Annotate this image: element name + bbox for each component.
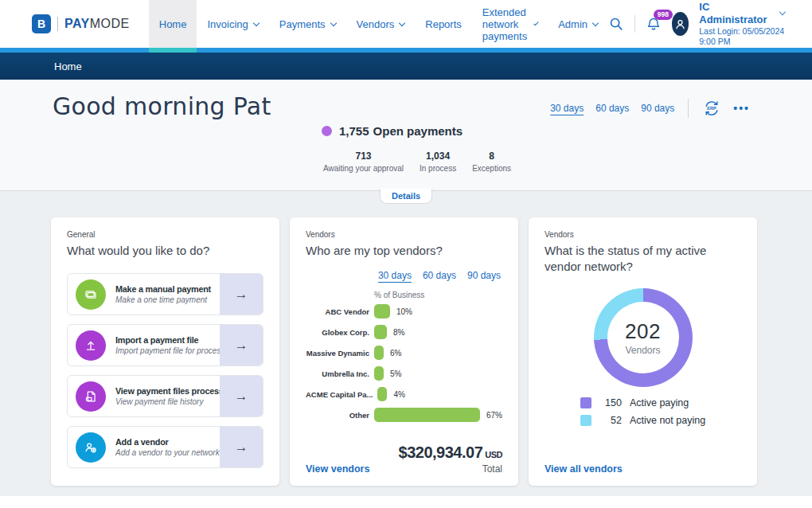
add-person-icon <box>76 432 106 463</box>
nav-item-vendors[interactable]: Vendors <box>346 0 416 48</box>
nav-item-invoicing[interactable]: Invoicing <box>197 0 268 48</box>
vendor-network-donut-chart: 202 Vendors <box>594 288 693 387</box>
card-category: Vendors <box>306 230 502 239</box>
bar <box>374 304 390 318</box>
bar-chart-axis-label: % of Business <box>374 291 502 299</box>
bar-row: Globex Corp. 8% <box>306 325 502 339</box>
last-login-text: Last Login: 05/05/2024 9:00 PM <box>699 26 784 47</box>
bar-row: Umbrella Inc. 5% <box>306 366 502 381</box>
topbar-actions: 998 IC Administrator Last Login: 05/05/2… <box>608 1 784 48</box>
card-filter-60-days[interactable]: 60 days <box>423 270 456 281</box>
card-category: Vendors <box>545 230 741 239</box>
open-payments-label: Open payments <box>373 124 463 138</box>
bottomline-logo-icon: B <box>32 14 51 33</box>
action-make-manual-payment[interactable]: Make a manual payment Make a one time pa… <box>67 273 264 315</box>
filter-90-days[interactable]: 90 days <box>641 103 674 114</box>
dashboard-cards: General What would you like to do? Make … <box>0 191 812 496</box>
vendor-network-card: Vendors What is the status of my active … <box>529 217 757 486</box>
user-name: IC Administrator <box>699 1 774 27</box>
legend-item-active-paying: 150 Active paying <box>580 397 705 408</box>
paymode-dashboard: B PAYMODE Home Invoicing Payments Vendor… <box>0 0 812 508</box>
vertical-divider <box>688 99 689 118</box>
open-payments-count: 1,755 <box>339 124 369 138</box>
erp-sync-icon: ERP <box>702 99 721 118</box>
general-actions-card: General What would you like to do? Make … <box>51 217 279 486</box>
search-icon <box>608 16 624 32</box>
chevron-down-icon <box>779 9 785 15</box>
breadcrumb: Home <box>54 61 82 72</box>
user-menu[interactable]: IC Administrator Last Login: 05/05/2024 … <box>699 1 784 48</box>
legend-item-active-not-paying: 52 Active not paying <box>580 415 705 426</box>
donut-center-value: 202 <box>625 319 661 344</box>
arrow-right-icon: → <box>220 376 263 416</box>
more-options-button[interactable]: ••• <box>733 102 750 115</box>
main-nav: Home Invoicing Payments Vendors Reports … <box>149 0 608 48</box>
action-add-vendor[interactable]: Add a vendor Add a vendor to your networ… <box>67 426 264 468</box>
svg-text:ERP: ERP <box>708 106 717 111</box>
vendors-total: $320,934.07USD Total <box>399 444 502 475</box>
card-title: What would you like to do? <box>67 243 264 259</box>
bar-row: ABC Vendor 10% <box>306 304 502 318</box>
nav-item-extended-network-payments[interactable]: Extended network payments <box>472 0 548 48</box>
cash-icon <box>76 279 106 310</box>
view-all-vendors-link[interactable]: View all vendors <box>545 463 623 475</box>
breadcrumb-bar: Home <box>0 53 812 80</box>
bar-row: ACME Capital Pa... 4% <box>306 387 502 401</box>
upload-icon <box>76 330 106 361</box>
chevron-down-icon <box>330 19 336 25</box>
card-filter-30-days[interactable]: 30 days <box>378 270 412 281</box>
stat-exceptions: 8 Exceptions <box>472 150 511 173</box>
nav-item-payments[interactable]: Payments <box>269 0 346 48</box>
notification-count-badge: 998 <box>654 10 673 20</box>
bar-row: Other 67% <box>306 408 502 422</box>
open-payments-summary: 1,755 Open payments 713 Awaiting your ap… <box>322 124 511 173</box>
top-navigation-bar: B PAYMODE Home Invoicing Payments Vendor… <box>0 0 812 48</box>
top-vendors-card: Vendors Who are my top vendors? 30 days … <box>290 217 518 486</box>
erp-sync-button[interactable]: ERP <box>702 99 721 118</box>
chevron-down-icon <box>534 20 539 25</box>
chevron-down-icon <box>253 19 260 25</box>
bar <box>374 325 387 339</box>
page-title: Good morning Pat <box>53 92 271 120</box>
brand-divider <box>57 17 58 31</box>
bar <box>374 346 384 360</box>
paymode-logo[interactable]: B PAYMODE <box>32 14 130 33</box>
bar <box>377 387 387 401</box>
chevron-down-icon <box>592 19 599 25</box>
legend-swatch <box>580 415 591 426</box>
bar <box>374 408 480 422</box>
action-import-payment-file[interactable]: Import a payment file Import payment fil… <box>67 324 264 366</box>
bar <box>374 366 384 381</box>
filter-30-days[interactable]: 30 days <box>550 103 584 114</box>
donut-center-label: Vendors <box>625 345 660 356</box>
card-filter-90-days[interactable]: 90 days <box>467 270 501 281</box>
day-filter-row: 30 days 60 days 90 days ERP ••• <box>550 99 750 118</box>
user-avatar[interactable] <box>672 12 689 36</box>
notifications-button[interactable]: 998 <box>646 16 662 32</box>
top-vendors-bar-chart: ABC Vendor 10% Globex Corp. 8% Massive D… <box>306 304 502 428</box>
donut-legend: 150 Active paying 52 Active not paying <box>580 397 705 432</box>
filter-60-days[interactable]: 60 days <box>595 103 629 114</box>
arrow-right-icon: → <box>220 325 263 365</box>
nav-item-home[interactable]: Home <box>149 0 197 48</box>
hero-section: Good morning Pat 30 days 60 days 90 days… <box>0 80 812 191</box>
open-payments-dot-icon <box>322 126 332 136</box>
details-button[interactable]: Details <box>380 189 432 204</box>
card-title: What is the status of my active vendor n… <box>545 243 741 275</box>
avatar-person-icon <box>673 17 688 32</box>
bar-row: Massive Dynamic 6% <box>306 346 502 360</box>
nav-item-admin[interactable]: Admin <box>548 0 608 48</box>
brand-name: PAYMODE <box>64 17 130 31</box>
card-day-filter-row: 30 days 60 days 90 days <box>306 270 501 281</box>
arrow-right-icon: → <box>220 274 263 315</box>
topbar-divider <box>634 15 635 33</box>
card-category: General <box>67 230 264 239</box>
arrow-right-icon: → <box>220 427 263 467</box>
nav-item-reports[interactable]: Reports <box>415 0 472 48</box>
card-title: Who are my top vendors? <box>306 243 502 259</box>
search-button[interactable] <box>608 16 624 32</box>
stat-in-process: 1,034 In process <box>420 150 456 173</box>
chevron-down-icon <box>399 19 405 25</box>
action-view-payment-files[interactable]: View payment files processed View paymen… <box>67 375 264 417</box>
view-vendors-link[interactable]: View vendors <box>306 463 369 475</box>
